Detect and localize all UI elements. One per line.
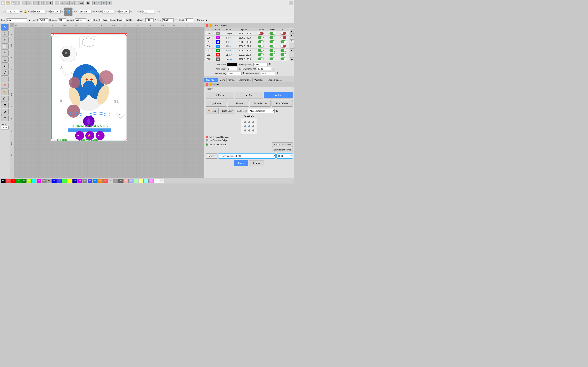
zoom-out-btn[interactable]: 🔍 <box>69 1 74 5</box>
layer-show-cell[interactable] <box>267 36 278 40</box>
table-row[interactable]: C15 15 Fill ⇌ 2500.0 / 90.0 <box>205 36 289 40</box>
polygon-tool[interactable]: ⬠ <box>1 57 9 63</box>
tools-btn[interactable]: 🔧 <box>97 1 102 5</box>
layer-down-btn[interactable]: ▼ <box>290 33 294 37</box>
undo-btn[interactable]: ↩ <box>22 1 26 5</box>
layer-air-cell[interactable] <box>278 53 289 57</box>
rotate-input[interactable] <box>143 10 155 13</box>
palette-swatch-20[interactable]: 20 <box>103 179 108 183</box>
redo-btn[interactable]: ↪ <box>27 1 31 5</box>
layer-output-cell[interactable] <box>255 49 267 53</box>
zoom-fit-btn[interactable]: 🔍 <box>60 1 64 5</box>
users-btn[interactable]: 👥 <box>102 1 107 5</box>
bold-check[interactable] <box>91 19 94 21</box>
palette-swatch-14[interactable]: 14 <box>72 179 77 183</box>
align-x-input[interactable] <box>75 18 86 22</box>
optimize-indicator[interactable] <box>206 143 208 146</box>
table-row[interactable]: C00 00 Line ⇌ 1200.0 / 80.0 <box>205 57 289 61</box>
cog-tool[interactable]: ⚙ <box>1 109 9 115</box>
palette-swatch-18[interactable]: 18 <box>93 179 98 183</box>
layer-air-cell[interactable] <box>278 36 289 40</box>
ypos-input[interactable] <box>79 10 91 13</box>
table-row[interactable]: C02 02 Line ⇌ 200.0 / 100.0 <box>205 53 289 57</box>
palette-swatch-11[interactable]: 11 <box>57 179 62 183</box>
table-row[interactable]: C14 14 Fill ⇌ 2500.0 / 35.0 <box>205 40 289 44</box>
tab-item-1[interactable]: Move <box>218 78 226 82</box>
cut-btn[interactable]: ✂ <box>34 1 38 5</box>
work-area[interactable]: 8 <box>14 27 204 178</box>
start-btn[interactable]: ▶ Start <box>264 92 293 99</box>
paste-btn[interactable]: 📋 <box>43 1 48 5</box>
devices-btn[interactable]: Devices <box>206 153 217 159</box>
open-btn[interactable]: 📂 <box>6 1 10 5</box>
layer-show-cell[interactable] <box>267 49 278 53</box>
star-tool[interactable]: ★ <box>1 63 9 69</box>
layer-up-btn[interactable]: ▲ <box>290 29 294 33</box>
layer-output-cell[interactable] <box>255 40 267 44</box>
palette-swatch-T2[interactable]: T2 <box>159 179 164 183</box>
layer-air-cell[interactable] <box>278 49 289 53</box>
palette-swatch-04[interactable]: 04 <box>21 179 26 183</box>
layer-show-cell[interactable] <box>267 31 278 36</box>
power-min-input[interactable] <box>261 72 275 75</box>
frame2-btn[interactable]: ↺ Frame <box>228 100 249 107</box>
pin-tool[interactable]: 📍 <box>1 83 9 89</box>
layer-air-cell[interactable] <box>278 31 289 36</box>
layer-badge-cell[interactable]: 02 <box>213 53 223 57</box>
laser-panel-dot[interactable] <box>209 83 212 86</box>
align-y-dropdown-icon[interactable]: ▼ <box>175 19 177 22</box>
layer-badge-cell[interactable]: 18 <box>213 44 223 49</box>
power-max-stepper[interactable]: ⇅ <box>273 67 275 70</box>
settings-btn[interactable]: ⚙ <box>92 1 97 5</box>
layer-output-cell[interactable] <box>255 53 267 57</box>
monitor-btn[interactable]: 🖥 <box>86 1 90 5</box>
select-tool[interactable]: ↖ <box>1 24 9 30</box>
expand-left-btn[interactable]: ◀ <box>290 57 294 61</box>
palette-swatch-03[interactable]: 03 <box>16 179 21 183</box>
save-gcode-btn[interactable]: Save GCode <box>250 100 271 107</box>
table-row[interactable]: C03 03 Fill ⇌ 1000.0 / 50.0 <box>205 49 289 53</box>
library-tab-btn[interactable]: Library <box>249 160 264 166</box>
device-select[interactable]: cu.usbmodem005F793E <box>218 153 276 159</box>
italic-check[interactable] <box>99 19 102 21</box>
line-tool[interactable]: ╱ <box>1 69 9 76</box>
xpos-input[interactable] <box>7 10 19 13</box>
layer-air-cell[interactable] <box>278 44 289 49</box>
offset-input[interactable] <box>185 18 193 22</box>
uppercase-check[interactable] <box>108 19 111 21</box>
interval-input[interactable] <box>227 72 242 75</box>
palette-swatch-12[interactable]: 12 <box>62 179 67 183</box>
cut-selected-indicator[interactable] <box>206 136 208 138</box>
palette-swatch-15[interactable]: 15 <box>77 179 82 183</box>
grbl-select[interactable]: GRBL <box>277 153 293 159</box>
palette-swatch-T1[interactable]: T1 <box>154 179 159 183</box>
layer-output-cell[interactable] <box>255 44 267 49</box>
freehand-tool[interactable]: ⬡ <box>1 115 9 121</box>
camera-btn[interactable]: 📷 <box>79 1 84 5</box>
layer-air-cell[interactable] <box>278 57 289 61</box>
layer-color-swatch[interactable] <box>227 63 237 66</box>
start-from-stepper[interactable]: ⇅ <box>276 109 278 112</box>
grid-tool[interactable]: ⊞ <box>1 102 9 108</box>
use-selection-indicator[interactable] <box>206 139 208 142</box>
delete-btn[interactable]: 🗑 <box>48 1 53 5</box>
pause-btn[interactable]: ⏸ Pause <box>206 92 234 99</box>
font-input[interactable] <box>7 18 27 22</box>
palette-swatch-02[interactable]: 02 <box>11 179 16 183</box>
align-x-dropdown-icon[interactable]: ▼ <box>87 19 90 22</box>
layer-show-cell[interactable] <box>267 40 278 44</box>
zoom-in-btn[interactable]: 🔍 <box>65 1 69 5</box>
speed-stepper[interactable]: ⇅ <box>269 63 271 66</box>
layer-output-cell[interactable] <box>255 36 267 40</box>
tab-item-4[interactable]: Variable ... <box>252 78 266 82</box>
palette-swatch-13[interactable]: 13 <box>67 179 72 183</box>
go-to-origin-btn[interactable]: Go to Origin <box>220 108 235 114</box>
palette-swatch-28[interactable]: 28 <box>144 179 149 183</box>
width-pct[interactable] <box>51 10 61 13</box>
layer-badge-cell[interactable]: 14 <box>213 40 223 44</box>
palette-swatch-19[interactable]: 19 <box>98 179 103 183</box>
layer-delete-btn[interactable]: 🗑 <box>290 39 294 43</box>
palette-swatch-23[interactable]: 23 <box>118 179 123 183</box>
layer-show-cell[interactable] <box>267 44 278 49</box>
layer-badge-cell[interactable]: 00 <box>213 57 223 61</box>
